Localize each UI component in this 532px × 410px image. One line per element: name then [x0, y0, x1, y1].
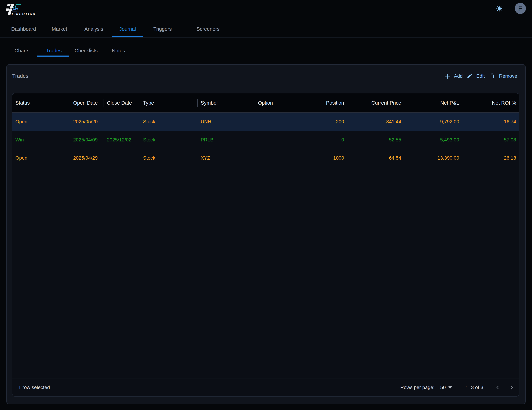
svg-text:FINBOTICA: FINBOTICA	[12, 12, 36, 16]
